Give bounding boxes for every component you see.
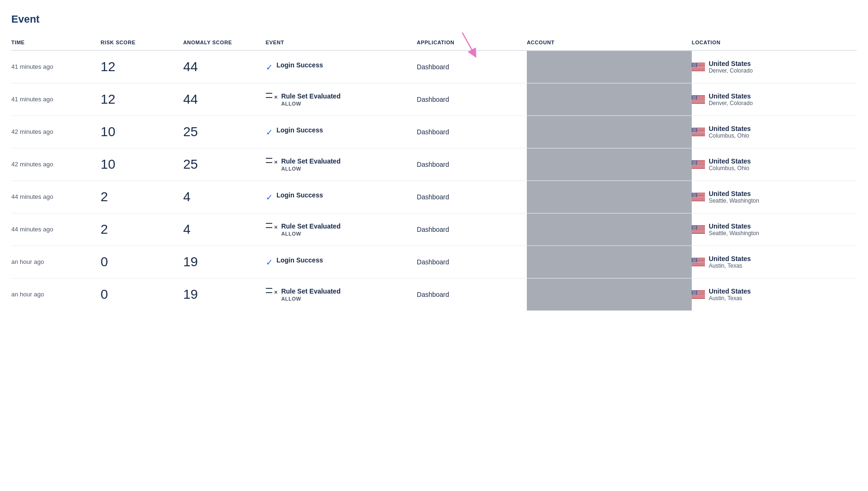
svg-point-243 <box>693 229 693 229</box>
table-row[interactable]: 41 minutes ago1244 ✕ Rule Set Evaluated <box>11 83 857 116</box>
anomaly-score-value: 19 <box>183 287 198 302</box>
svg-point-274 <box>696 260 696 260</box>
svg-point-227 <box>695 226 695 227</box>
cell-location: United States Denver, Colorado <box>692 50 857 83</box>
svg-point-145 <box>695 161 695 162</box>
cell-location: United States Columbus, Ohio <box>692 116 857 148</box>
svg-point-98 <box>693 128 694 129</box>
svg-point-195 <box>695 195 695 196</box>
svg-point-69 <box>696 97 696 98</box>
location-country: United States <box>709 92 753 100</box>
svg-point-156 <box>692 164 693 164</box>
cell-location: United States Austin, Texas <box>692 246 857 278</box>
cell-time: an hour ago <box>11 246 101 278</box>
cell-event: ✓ Login Success <box>266 116 417 148</box>
anomaly-score-value: 25 <box>183 157 198 172</box>
us-flag-icon <box>692 160 705 169</box>
cell-location: United States Denver, Colorado <box>692 83 857 116</box>
svg-point-326 <box>694 294 694 295</box>
svg-rect-11 <box>692 69 705 70</box>
event-label: Rule Set Evaluated <box>281 157 341 165</box>
svg-point-143 <box>693 161 693 162</box>
location-city: Denver, Colorado <box>709 100 753 106</box>
svg-point-235 <box>694 228 694 228</box>
svg-point-117 <box>694 131 695 131</box>
event-label: Login Success <box>277 61 323 69</box>
svg-point-313 <box>694 292 695 293</box>
rule-set-icon: ✕ <box>266 93 278 100</box>
svg-point-114 <box>696 130 696 131</box>
svg-point-193 <box>693 195 693 196</box>
svg-point-230 <box>693 227 694 228</box>
svg-point-139 <box>693 161 694 161</box>
cell-application: Dashboard <box>417 278 527 311</box>
svg-point-239 <box>693 229 694 229</box>
event-cell: ✕ Rule Set Evaluated ALLOW <box>266 92 411 106</box>
cell-account <box>527 181 692 213</box>
svg-point-72 <box>695 98 695 98</box>
cell-account <box>527 278 692 311</box>
cell-anomaly-score: 19 <box>183 278 266 311</box>
svg-point-16 <box>693 63 694 64</box>
svg-point-183 <box>696 193 696 194</box>
svg-point-267 <box>694 259 694 259</box>
table-row[interactable]: 44 minutes ago24 ✕ Rule Set Evaluated <box>11 213 857 246</box>
table-row[interactable]: 41 minutes ago1244 ✓ Login Success Dashb… <box>11 50 857 83</box>
svg-point-18 <box>695 63 696 64</box>
location-text: United States Austin, Texas <box>709 287 751 302</box>
cell-application: Dashboard <box>417 148 527 181</box>
risk-score-value: 2 <box>101 189 108 204</box>
svg-rect-214 <box>692 230 705 231</box>
table-row[interactable]: an hour ago019 ✕ Rule Set Evaluated AL <box>11 278 857 311</box>
svg-rect-92 <box>692 133 705 134</box>
cell-risk-score: 2 <box>101 181 183 213</box>
svg-point-58 <box>694 96 695 96</box>
svg-rect-299 <box>692 297 705 298</box>
cell-anomaly-score: 25 <box>183 148 266 181</box>
event-table: TIME RISK SCORE ANOMALY SCORE EVENT AP <box>11 35 857 311</box>
svg-rect-94 <box>692 135 705 135</box>
svg-point-245 <box>695 229 695 229</box>
rule-set-icon: ✕ <box>266 223 278 230</box>
location-text: United States Denver, Colorado <box>709 60 753 74</box>
svg-point-104 <box>695 129 695 129</box>
location-city: Seattle, Washington <box>709 230 759 237</box>
location-text: United States Austin, Texas <box>709 255 751 269</box>
svg-point-281 <box>694 261 695 262</box>
table-row[interactable]: 44 minutes ago24 ✓ Login Success Dashboa… <box>11 181 857 213</box>
svg-point-61 <box>693 96 693 97</box>
svg-point-97 <box>692 128 693 129</box>
svg-point-19 <box>696 63 696 64</box>
event-cell: ✓ Login Success <box>266 126 411 138</box>
table-row[interactable]: 42 minutes ago1025 ✕ Rule Set Evaluated <box>11 148 857 181</box>
svg-point-110 <box>696 130 696 130</box>
us-flag-icon <box>692 258 705 266</box>
application-value: Dashboard <box>417 193 450 201</box>
svg-point-203 <box>694 196 694 197</box>
svg-line-0 <box>462 33 474 54</box>
location-cell: United States Denver, Colorado <box>692 60 851 74</box>
location-country: United States <box>709 222 759 230</box>
cell-time: 42 minutes ago <box>11 116 101 148</box>
svg-point-280 <box>693 261 694 262</box>
col-header-application: APPLICATION <box>417 35 527 50</box>
us-flag-icon <box>692 63 705 71</box>
svg-point-65 <box>692 97 693 98</box>
svg-point-64 <box>696 96 696 97</box>
svg-point-149 <box>694 162 695 163</box>
svg-rect-300 <box>692 298 705 299</box>
table-row[interactable]: 42 minutes ago1025 ✓ Login Success Dashb… <box>11 116 857 148</box>
anomaly-score-value: 4 <box>183 189 191 204</box>
svg-point-66 <box>693 97 694 98</box>
section-title: Event <box>11 13 857 25</box>
location-cell: United States Columbus, Ohio <box>692 157 851 172</box>
table-row[interactable]: an hour ago019 ✓ Login Success Dashboard <box>11 246 857 278</box>
cell-risk-score: 12 <box>101 50 183 83</box>
account-redacted <box>527 118 692 146</box>
us-flag-icon <box>692 290 705 299</box>
svg-point-283 <box>696 261 696 262</box>
svg-point-140 <box>694 161 695 161</box>
cell-event: ✓ Login Success <box>266 246 417 278</box>
svg-point-285 <box>694 262 694 262</box>
svg-point-231 <box>694 227 695 228</box>
